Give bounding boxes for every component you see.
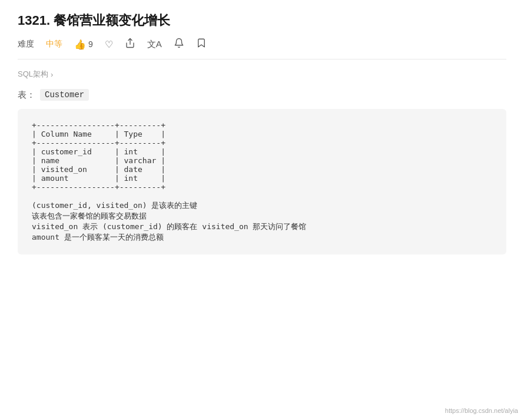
bookmark-icon [196, 38, 207, 51]
breadcrumb-chevron-icon: › [51, 70, 53, 79]
bookmark-button[interactable] [196, 38, 207, 51]
watermark: https://blog.csdn.net/alyia [445, 407, 518, 414]
like-button[interactable]: 👍 9 [74, 39, 93, 50]
table-name-badge: Customer [40, 89, 89, 101]
share-button[interactable] [125, 38, 135, 51]
share-icon [125, 38, 135, 51]
breadcrumb-text: SQL架构 [18, 69, 48, 80]
bell-icon [174, 38, 184, 51]
heart-icon: ♡ [105, 39, 113, 50]
favorite-button[interactable]: ♡ [105, 39, 113, 50]
translate-button[interactable]: 文A [147, 39, 162, 50]
like-icon: 👍 [74, 39, 86, 50]
translate-icon: 文A [147, 39, 162, 50]
page-title: 1321. 餐馆营业额变化增长 [18, 12, 506, 29]
meta-row: 难度 中等 👍 9 ♡ 文A [18, 38, 506, 59]
notification-button[interactable] [174, 38, 184, 51]
difficulty-label: 难度 [18, 39, 34, 49]
like-count: 9 [88, 39, 93, 49]
table-label: 表： [18, 90, 35, 101]
difficulty-value: 中等 [46, 39, 62, 49]
code-block: +-----------------+---------+ | Column N… [18, 109, 506, 254]
schema-pre: +-----------------+---------+ | Column N… [32, 121, 492, 243]
table-label-row: 表： Customer [18, 89, 506, 101]
breadcrumb[interactable]: SQL架构 › [18, 69, 506, 80]
